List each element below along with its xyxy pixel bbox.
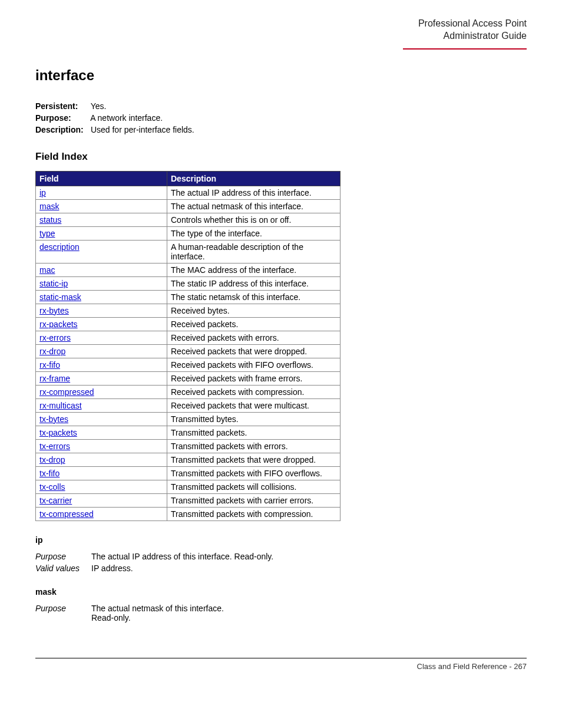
field-desc: Controls whether this is on or off. bbox=[167, 213, 340, 226]
detail-mask-heading: mask bbox=[35, 587, 527, 597]
detail-ip-heading: ip bbox=[35, 535, 527, 545]
fieldindex-col-field: Field bbox=[36, 171, 167, 186]
table-row: tx-collsTransmitted packets will collisi… bbox=[36, 480, 340, 493]
table-row: static-ipThe static IP address of this i… bbox=[36, 276, 340, 290]
field-link-rx-multicast[interactable]: rx-multicast bbox=[39, 401, 82, 410]
table-row: descriptionA human-readable description … bbox=[36, 240, 340, 263]
table-row: rx-compressedReceived packets with compr… bbox=[36, 385, 340, 398]
table-row: rx-bytesReceived bytes. bbox=[36, 304, 340, 317]
meta-description: Description: Used for per-interface fiel… bbox=[35, 125, 527, 134]
field-link-mask[interactable]: mask bbox=[39, 202, 59, 211]
field-link-static-ip[interactable]: static-ip bbox=[39, 279, 68, 288]
field-desc: Received packets that were multicast. bbox=[167, 398, 340, 412]
field-link-tx-compressed[interactable]: tx-compressed bbox=[39, 509, 94, 519]
detail-mask-purpose: Purpose The actual netmask of this inter… bbox=[35, 604, 527, 622]
table-row: typeThe type of the interface. bbox=[36, 226, 340, 240]
detail-mask-purpose-line2: Read-only. bbox=[91, 613, 131, 622]
field-link-tx-colls[interactable]: tx-colls bbox=[39, 482, 65, 492]
field-desc: Transmitted packets will collisions. bbox=[167, 480, 340, 493]
detail-mask-purpose-value: The actual netmask of this interface. Re… bbox=[91, 604, 527, 622]
meta-description-value: Used for per-interface fields. bbox=[91, 125, 194, 134]
field-desc: Transmitted packets with errors. bbox=[167, 439, 340, 453]
table-row: rx-multicastReceived packets that were m… bbox=[36, 398, 340, 412]
field-desc: Transmitted packets with carrier errors. bbox=[167, 493, 340, 507]
field-link-tx-bytes[interactable]: tx-bytes bbox=[39, 414, 68, 424]
field-desc: The static IP address of this interface. bbox=[167, 276, 340, 290]
field-link-ip[interactable]: ip bbox=[39, 188, 46, 197]
meta-purpose-value: A network interface. bbox=[90, 113, 163, 123]
detail-ip-purpose-label: Purpose bbox=[35, 552, 91, 561]
field-link-rx-frame[interactable]: rx-frame bbox=[39, 374, 70, 383]
table-row: tx-dropTransmitted packets that were dro… bbox=[36, 453, 340, 466]
field-desc: Transmitted packets with FIFO overflows. bbox=[167, 466, 340, 480]
table-row: rx-frameReceived packets with frame erro… bbox=[36, 371, 340, 385]
table-row: rx-packetsReceived packets. bbox=[36, 317, 340, 331]
table-row: tx-errorsTransmitted packets with errors… bbox=[36, 439, 340, 453]
field-desc: The MAC address of the interface. bbox=[167, 263, 340, 276]
fieldindex-col-desc: Description bbox=[167, 171, 340, 186]
detail-mask-purpose-label: Purpose bbox=[35, 604, 91, 622]
field-link-tx-drop[interactable]: tx-drop bbox=[39, 455, 65, 465]
field-link-mac[interactable]: mac bbox=[39, 265, 55, 275]
detail-ip-purpose-value: The actual IP address of this interface.… bbox=[91, 552, 527, 561]
table-row: macThe MAC address of the interface. bbox=[36, 263, 340, 276]
detail-ip-purpose: Purpose The actual IP address of this in… bbox=[35, 552, 527, 561]
meta-persistent-value: Yes. bbox=[91, 101, 107, 111]
table-row: rx-errorsReceived packets with errors. bbox=[36, 331, 340, 344]
meta-purpose-label: Purpose bbox=[35, 113, 68, 123]
meta-persistent: Persistent: Yes. bbox=[35, 101, 527, 111]
meta-description-label: Description bbox=[35, 125, 81, 134]
field-link-tx-fifo[interactable]: tx-fifo bbox=[39, 469, 59, 478]
field-desc: Transmitted packets with compression. bbox=[167, 507, 340, 521]
field-link-rx-compressed[interactable]: rx-compressed bbox=[39, 387, 94, 397]
field-desc: The static netamsk of this interface. bbox=[167, 290, 340, 304]
field-link-tx-carrier[interactable]: tx-carrier bbox=[39, 496, 72, 505]
doc-header-line2: Administrator Guide bbox=[35, 30, 527, 42]
table-row: statusControls whether this is on or off… bbox=[36, 213, 340, 226]
field-desc: Received packets. bbox=[167, 317, 340, 331]
table-row: static-maskThe static netamsk of this in… bbox=[36, 290, 340, 304]
field-link-rx-packets[interactable]: rx-packets bbox=[39, 319, 78, 329]
field-desc: Received bytes. bbox=[167, 304, 340, 317]
field-desc: Transmitted packets that were dropped. bbox=[167, 453, 340, 466]
detail-ip-valid: Valid values IP address. bbox=[35, 564, 527, 573]
table-row: rx-fifoReceived packets with FIFO overfl… bbox=[36, 358, 340, 371]
field-link-rx-fifo[interactable]: rx-fifo bbox=[39, 360, 60, 370]
field-desc: A human-readable description of the inte… bbox=[167, 240, 340, 263]
field-link-status[interactable]: status bbox=[39, 215, 61, 225]
field-link-rx-drop[interactable]: rx-drop bbox=[39, 347, 65, 356]
table-row: tx-bytesTransmitted bytes. bbox=[36, 412, 340, 426]
field-desc: The actual netmask of this interface. bbox=[167, 199, 340, 213]
detail-ip-valid-label: Valid values bbox=[35, 564, 91, 573]
footer-text: Class and Field Reference - 267 bbox=[417, 662, 527, 671]
header-underline bbox=[403, 48, 527, 50]
detail-ip-valid-value: IP address. bbox=[91, 564, 527, 573]
field-link-type[interactable]: type bbox=[39, 229, 55, 238]
field-desc: Received packets with FIFO overflows. bbox=[167, 358, 340, 371]
field-link-rx-errors[interactable]: rx-errors bbox=[39, 333, 71, 342]
field-desc: Received packets with compression. bbox=[167, 385, 340, 398]
field-desc: The type of the interface. bbox=[167, 226, 340, 240]
table-row: maskThe actual netmask of this interface… bbox=[36, 199, 340, 213]
field-link-description[interactable]: description bbox=[39, 242, 80, 252]
table-row: ipThe actual IP address of this interfac… bbox=[36, 186, 340, 199]
fieldindex-heading: Field Index bbox=[35, 151, 527, 163]
table-row: tx-compressedTransmitted packets with co… bbox=[36, 507, 340, 521]
table-row: rx-dropReceived packets that were droppe… bbox=[36, 344, 340, 358]
field-desc: Transmitted packets. bbox=[167, 426, 340, 439]
table-row: tx-fifoTransmitted packets with FIFO ove… bbox=[36, 466, 340, 480]
field-desc: Transmitted bytes. bbox=[167, 412, 340, 426]
fieldindex-table: Field Description ipThe actual IP addres… bbox=[35, 171, 340, 521]
field-link-static-mask[interactable]: static-mask bbox=[39, 292, 81, 302]
table-row: tx-packetsTransmitted packets. bbox=[36, 426, 340, 439]
table-row: tx-carrierTransmitted packets with carri… bbox=[36, 493, 340, 507]
meta-persistent-label: Persistent bbox=[35, 101, 75, 111]
doc-header: Professional Access Point Administrator … bbox=[35, 18, 527, 42]
field-desc: The actual IP address of this interface. bbox=[167, 186, 340, 199]
field-link-rx-bytes[interactable]: rx-bytes bbox=[39, 306, 69, 315]
field-link-tx-packets[interactable]: tx-packets bbox=[39, 428, 77, 437]
detail-mask-purpose-line1: The actual netmask of this interface. bbox=[91, 604, 224, 613]
field-desc: Received packets that were dropped. bbox=[167, 344, 340, 358]
doc-header-line1: Professional Access Point bbox=[35, 18, 527, 30]
field-link-tx-errors[interactable]: tx-errors bbox=[39, 442, 70, 451]
